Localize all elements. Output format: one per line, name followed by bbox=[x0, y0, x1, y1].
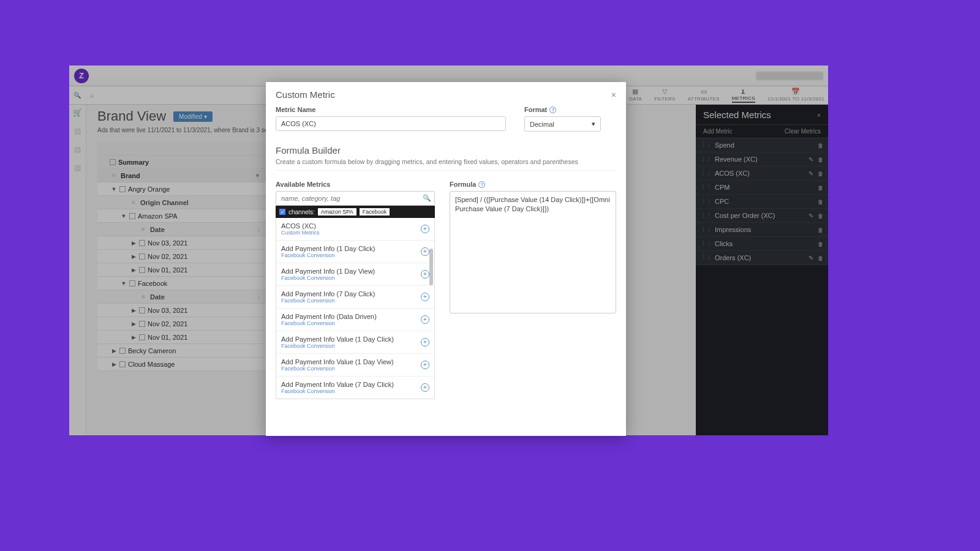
clear-metrics-link[interactable]: Clear Metrics bbox=[785, 128, 821, 135]
delete-icon[interactable] bbox=[818, 170, 823, 177]
drag-handle-icon[interactable]: ⋮⋮ bbox=[701, 184, 712, 190]
expand-icon[interactable]: ▼ bbox=[121, 213, 127, 219]
row-checkbox[interactable] bbox=[139, 240, 145, 246]
toolbar-data[interactable]: ▦DATA bbox=[629, 88, 642, 102]
toolbar-attributes[interactable]: ▭ATTRIBUTES bbox=[688, 88, 720, 102]
delete-icon[interactable] bbox=[818, 241, 823, 247]
channel-filter-checkbox[interactable]: ✓ bbox=[279, 209, 285, 215]
row-checkbox[interactable] bbox=[139, 321, 145, 327]
selected-metric-item[interactable]: ⋮⋮Spend bbox=[696, 138, 828, 152]
close-icon[interactable]: × bbox=[817, 111, 821, 119]
scrollbar[interactable] bbox=[429, 249, 433, 285]
chip-facebook[interactable]: Facebook bbox=[360, 208, 390, 216]
add-metric-icon[interactable]: + bbox=[421, 361, 429, 369]
toolbar-filters[interactable]: ▽FILTERS bbox=[654, 88, 675, 102]
expand-icon[interactable]: ▼ bbox=[121, 280, 127, 287]
row-checkbox[interactable] bbox=[119, 348, 126, 354]
selected-metric-item[interactable]: ⋮⋮ACOS (XC) bbox=[696, 167, 828, 181]
add-metric-link[interactable]: Add Metric bbox=[703, 128, 733, 135]
drag-handle-icon[interactable]: ⋮⋮ bbox=[701, 170, 712, 176]
selected-metric-item[interactable]: ⋮⋮Revenue (XC) bbox=[696, 152, 828, 167]
search-icon[interactable]: 🔍 bbox=[73, 91, 81, 100]
drag-handle-icon[interactable]: ⋮⋮ bbox=[701, 241, 712, 247]
delete-icon[interactable] bbox=[818, 156, 823, 163]
expand-icon[interactable]: ▶ bbox=[130, 321, 137, 327]
grip-icon[interactable]: ≡ bbox=[139, 293, 148, 300]
drag-handle-icon[interactable]: ⋮⋮ bbox=[701, 142, 712, 148]
selected-metric-item[interactable]: ⋮⋮Clicks bbox=[696, 237, 828, 251]
expand-icon[interactable]: ▶ bbox=[130, 253, 137, 260]
metric-search-input[interactable] bbox=[276, 191, 435, 206]
row-checkbox[interactable] bbox=[129, 213, 135, 219]
drag-handle-icon[interactable]: ⋮⋮ bbox=[701, 212, 712, 219]
delete-icon[interactable] bbox=[818, 142, 823, 149]
help-icon[interactable]: ? bbox=[478, 181, 485, 188]
add-metric-icon[interactable]: + bbox=[421, 270, 429, 279]
add-metric-icon[interactable]: + bbox=[421, 315, 429, 324]
add-metric-icon[interactable]: + bbox=[421, 225, 429, 233]
sort-icon[interactable]: ↓ bbox=[258, 227, 261, 233]
row-checkbox[interactable] bbox=[139, 334, 145, 340]
search-icon[interactable]: 🔍 bbox=[423, 194, 431, 202]
row-checkbox[interactable] bbox=[139, 267, 145, 273]
format-select[interactable]: Decimal▾ bbox=[524, 116, 601, 132]
edit-icon[interactable] bbox=[809, 212, 813, 219]
help-icon[interactable]: ? bbox=[549, 107, 556, 113]
delete-icon[interactable] bbox=[818, 212, 823, 219]
available-metric-item: Add Payment Info (1 Day View)Facebook Co… bbox=[276, 263, 434, 286]
expand-icon[interactable]: ▶ bbox=[130, 267, 137, 273]
drag-handle-icon[interactable]: ⋮⋮ bbox=[701, 156, 712, 162]
toolbar-metrics[interactable]: ⫫METRICS bbox=[732, 88, 755, 103]
row-checkbox[interactable] bbox=[110, 159, 116, 165]
drag-handle-icon[interactable]: ⋮⋮ bbox=[701, 198, 712, 204]
row-label: Nov 03, 2021 bbox=[148, 307, 187, 314]
delete-icon[interactable] bbox=[818, 198, 823, 205]
rail-cart-icon[interactable]: 🛒 bbox=[73, 108, 82, 117]
edit-icon[interactable] bbox=[809, 170, 813, 177]
rail-folder3-icon[interactable]: ▤ bbox=[74, 163, 81, 172]
selected-metric-item[interactable]: ⋮⋮Impressions bbox=[696, 223, 828, 237]
sort-icon[interactable]: ↓ bbox=[258, 294, 261, 300]
selected-metric-item[interactable]: ⋮⋮CPC bbox=[696, 195, 828, 209]
toolbar-daterange[interactable]: 📅11/1/2021 TO 11/3/2021 bbox=[767, 88, 824, 102]
metric-name-input[interactable] bbox=[276, 116, 506, 131]
row-checkbox[interactable] bbox=[139, 307, 145, 313]
home-icon[interactable]: ⌂ bbox=[88, 91, 96, 100]
expand-icon[interactable]: ▼ bbox=[111, 186, 117, 192]
delete-icon[interactable] bbox=[818, 184, 823, 191]
expand-icon[interactable]: ▶ bbox=[111, 348, 117, 354]
drag-handle-icon[interactable]: ⋮⋮ bbox=[701, 255, 712, 261]
edit-icon[interactable] bbox=[809, 156, 813, 163]
delete-icon[interactable] bbox=[818, 227, 823, 233]
modified-badge[interactable]: Modified ▾ bbox=[173, 111, 213, 122]
add-metric-icon[interactable]: + bbox=[421, 338, 429, 347]
selected-metric-item[interactable]: ⋮⋮Cost per Order (XC) bbox=[696, 209, 828, 223]
modal-close-icon[interactable]: × bbox=[611, 90, 616, 100]
grip-icon[interactable]: ≡ bbox=[139, 226, 148, 233]
formula-editor[interactable]: [Spend] / ({[Purchase Value (14 Day Clic… bbox=[450, 191, 616, 313]
row-checkbox[interactable] bbox=[119, 361, 126, 367]
row-checkbox[interactable] bbox=[119, 186, 126, 192]
user-menu[interactable] bbox=[756, 72, 823, 80]
rail-folder2-icon[interactable]: ▤ bbox=[74, 145, 81, 154]
add-metric-icon[interactable]: + bbox=[421, 247, 429, 256]
drag-handle-icon[interactable]: ⋮⋮ bbox=[701, 227, 712, 233]
delete-icon[interactable] bbox=[818, 255, 823, 261]
filter-icon[interactable]: ▼ bbox=[255, 173, 260, 179]
grip-icon[interactable]: ≡ bbox=[129, 199, 138, 206]
add-metric-icon[interactable]: + bbox=[421, 383, 429, 392]
grip-icon[interactable]: ≡ bbox=[110, 172, 118, 179]
expand-icon[interactable]: ▶ bbox=[130, 334, 137, 340]
metric-name: ACOS (XC) bbox=[715, 170, 750, 177]
expand-icon[interactable]: ▶ bbox=[111, 361, 117, 367]
add-metric-icon[interactable]: + bbox=[421, 293, 429, 301]
rail-folder-icon[interactable]: ▤ bbox=[74, 127, 81, 135]
row-checkbox[interactable] bbox=[139, 253, 145, 260]
selected-metric-item[interactable]: ⋮⋮Orders (XC) bbox=[696, 251, 828, 265]
expand-icon[interactable]: ▶ bbox=[130, 240, 137, 246]
edit-icon[interactable] bbox=[809, 255, 813, 261]
row-checkbox[interactable] bbox=[129, 280, 135, 287]
selected-metric-item[interactable]: ⋮⋮CPM bbox=[696, 181, 828, 195]
chip-amazon-spa[interactable]: Amazon SPA bbox=[318, 208, 356, 216]
expand-icon[interactable]: ▶ bbox=[130, 307, 137, 313]
